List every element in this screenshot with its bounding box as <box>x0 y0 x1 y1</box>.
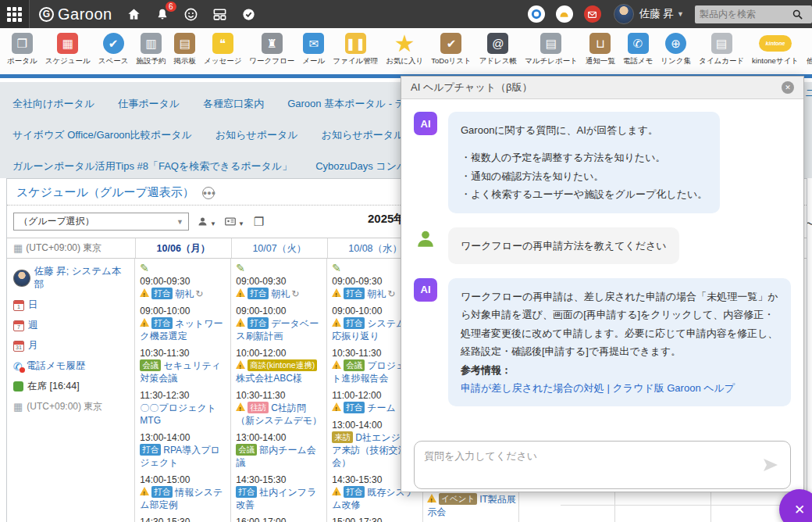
event-time: 13:00-14:00 <box>140 432 226 444</box>
schedule-event[interactable]: 10:00-12:00 商談(kintone連携)株式会社ABC様↻ <box>236 348 322 384</box>
date-header-monday[interactable]: 10/06（月） <box>135 238 231 258</box>
reaction-smiley-icon[interactable] <box>183 7 198 22</box>
clipped-portal-link-fragment: ニ <box>805 86 812 100</box>
calendar-week-icon: 7 <box>13 320 24 331</box>
calendar-day-icon: 1 <box>13 300 24 311</box>
close-icon[interactable]: ✕ <box>782 81 794 94</box>
event-title[interactable]: チーム <box>367 402 396 413</box>
schedule-event[interactable]: 14:00-15:00 打合情報システム部定例↻ <box>140 474 226 511</box>
new-event-icon[interactable]: ✎ <box>236 262 322 276</box>
view-week-link[interactable]: 7週 <box>13 319 130 332</box>
toolbar-app-item[interactable]: ▦ スケジュール <box>41 33 94 66</box>
event-type-badge: 打合 <box>140 444 161 456</box>
search-input[interactable] <box>700 9 792 20</box>
new-event-icon[interactable]: ✎ <box>140 262 226 276</box>
portal-tab[interactable]: お知らせポータル <box>215 128 298 142</box>
app-label: ワークフロー <box>249 56 294 66</box>
schedule-event[interactable]: 16:00-17:00 面接:新卒採用面接↻ <box>236 517 322 522</box>
toolbar-app-item[interactable]: ▤ タイムカード <box>695 33 748 66</box>
toolbar-app-item[interactable]: ✉ メール <box>298 33 329 66</box>
send-icon[interactable] <box>761 456 780 474</box>
cybozu-hat-icon[interactable] <box>556 5 573 23</box>
timezone-calendar-icon: ▦ <box>13 401 23 413</box>
toolbar-app-item[interactable]: ❝ メッセージ <box>200 33 245 66</box>
event-title[interactable]: 朝礼 <box>367 288 386 299</box>
portlet-menu-icon[interactable]: ●●● <box>202 187 215 199</box>
notification-bell-icon[interactable]: 6 <box>155 7 169 22</box>
org-select-button[interactable]: ▼ <box>224 216 244 227</box>
toolbar-app-item[interactable]: ≡ 他システム <box>803 33 812 66</box>
toolbar-app-item[interactable]: ★ お気に入り <box>382 33 427 66</box>
schedule-event[interactable]: 09:00-09:30 打合朝礼↻ <box>140 276 226 300</box>
day-column-tuesday: ✎ 09:00-09:30 打合朝礼↻ 09:00-10:00 打合データベース… <box>230 259 326 522</box>
schedule-event[interactable]: 11:30-12:30 〇〇プロジェクト MTG↻ <box>140 390 226 427</box>
user-menu[interactable]: 佐藤 昇 ▼ <box>614 4 684 24</box>
toolbar-app-item[interactable]: ▤ マルチレポート <box>521 33 582 66</box>
toolbar-app-item[interactable]: @ アドレス帳 <box>475 33 521 66</box>
chat-question-input[interactable] <box>414 441 791 489</box>
toolbar-app-item[interactable]: ▤ 掲示板 <box>169 33 200 66</box>
schedule-event[interactable]: 09:00-10:00 打合ネットワーク機器選定↻ <box>140 306 226 342</box>
app-icon: kintone <box>759 35 792 52</box>
grid-row-line <box>561 505 807 506</box>
portal-tab[interactable]: サイボウズ Office/Garoon比較ポータル <box>12 128 192 142</box>
portal-tab[interactable]: ガルーンポータル活用Tips #8「FAQを検索できるポータル」 <box>12 159 292 173</box>
schedule-event[interactable]: 10:30-11:30 往訪C社訪問（新システムデモ）↻ <box>236 390 322 427</box>
schedule-title[interactable]: スケジュール（グループ週表示） <box>16 185 194 200</box>
event-title[interactable]: 〇〇プロジェクト MTG <box>140 402 216 426</box>
home-icon[interactable] <box>126 7 141 22</box>
schedule-event[interactable]: 13:00-14:00 会議部内チーム会議↻ <box>236 432 322 469</box>
date-header-tuesday[interactable]: 10/07（火） <box>231 238 327 258</box>
reference-label: 参考情報： <box>461 361 778 379</box>
event-title[interactable]: 株式会社ABC様 <box>236 373 302 384</box>
toolbar-app-item[interactable]: ❚❚ ファイル管理 <box>329 33 382 66</box>
garoon-logo[interactable]: G Garoon <box>39 5 112 23</box>
toolbar-app-item[interactable]: ▥ 施設予約 <box>132 33 169 66</box>
schedule-event[interactable]: 13:00-14:00 打合RPA導入プロジェクト↻ <box>140 432 226 469</box>
help-check-icon[interactable] <box>241 7 256 22</box>
product-search[interactable] <box>695 5 812 23</box>
user-select-button[interactable]: ▼ <box>197 216 216 227</box>
app-launcher-button[interactable] <box>0 0 30 28</box>
portal-tab[interactable]: 各種窓口案内 <box>203 97 264 111</box>
user-avatar <box>614 4 634 24</box>
view-day-link[interactable]: 1日 <box>13 299 130 312</box>
toolbar-app-item[interactable]: kintone kintoneサイト <box>748 33 803 66</box>
mail-notification-icon[interactable] <box>584 5 601 23</box>
toolbar-app-item[interactable]: ⊔ 通知一覧 <box>582 33 619 66</box>
chat-message-ai-intro: AI Garoonに関する質問に、AIが回答します。・複数人の予定を調整する方法… <box>414 112 791 213</box>
portal-tab[interactable]: 仕事ポータル <box>118 97 180 111</box>
garoon-logo-mark: G <box>39 7 54 22</box>
help-article-link[interactable]: 申請が差し戻された場合の対処 | クラウド版 Garoon ヘルプ <box>461 382 735 394</box>
schedule-event[interactable]: 09:00-10:00 打合データベース刷新計画↻ <box>236 306 322 342</box>
toolbar-app-item[interactable]: ✔ スペース <box>94 33 133 66</box>
schedule-event[interactable]: 10:30-11:30 会議セキュリティ対策会議↻ <box>140 348 226 384</box>
phone-memo-history-link[interactable]: ✆電話メモ履歴 <box>13 359 130 373</box>
user-org-link[interactable]: 佐藤 昇; システム本部 <box>34 265 130 291</box>
toolbar-app-item[interactable]: ♜ ワークフロー <box>245 33 298 66</box>
app-icon: ❝ <box>212 33 233 54</box>
view-month-link[interactable]: 31月 <box>13 339 130 352</box>
toolbar-app-item[interactable]: ✆ 電話メモ <box>619 33 657 66</box>
portal-layout-icon[interactable] <box>212 7 227 22</box>
app-label: メッセージ <box>204 56 241 66</box>
toolbar-app-item[interactable]: ⊕ リンク集 <box>657 33 695 66</box>
schedule-event[interactable]: 15:00-17:30 往訪株式会社サインボーズ 青木様↻ <box>332 517 418 522</box>
copy-icon[interactable]: ❐ <box>254 215 264 229</box>
toolbar-app-item[interactable]: ❐ ポータル <box>3 33 41 66</box>
schedule-event[interactable]: 14:30-15:30 勉強会クラウドサービス最新動向↻ <box>140 517 226 522</box>
chat-intro-line: Garoonに関する質問に、AIが回答します。 <box>461 121 707 139</box>
event-title[interactable]: 朝礼 <box>271 288 290 299</box>
schedule-event[interactable]: イベントIT製品展示会 <box>427 493 517 518</box>
app-icon: ▤ <box>540 33 561 54</box>
group-select-dropdown[interactable]: （グループ選択）▼ <box>13 213 189 231</box>
portal-tab[interactable]: 全社向けポータル <box>12 97 94 111</box>
toolbar-app-item[interactable]: ✔ ToDoリスト <box>427 33 475 66</box>
app-label: お気に入り <box>386 56 423 66</box>
event-title[interactable]: 朝礼 <box>175 288 194 299</box>
schedule-event[interactable]: 14:30-15:30 打合社内インフラ改善↻ <box>236 474 322 511</box>
target-status-icon[interactable] <box>528 5 545 23</box>
schedule-event[interactable]: 09:00-09:30 打合朝礼↻ <box>236 276 322 300</box>
warning-icon <box>236 318 245 327</box>
presence-status[interactable]: 在席 [16:44] <box>13 380 130 393</box>
